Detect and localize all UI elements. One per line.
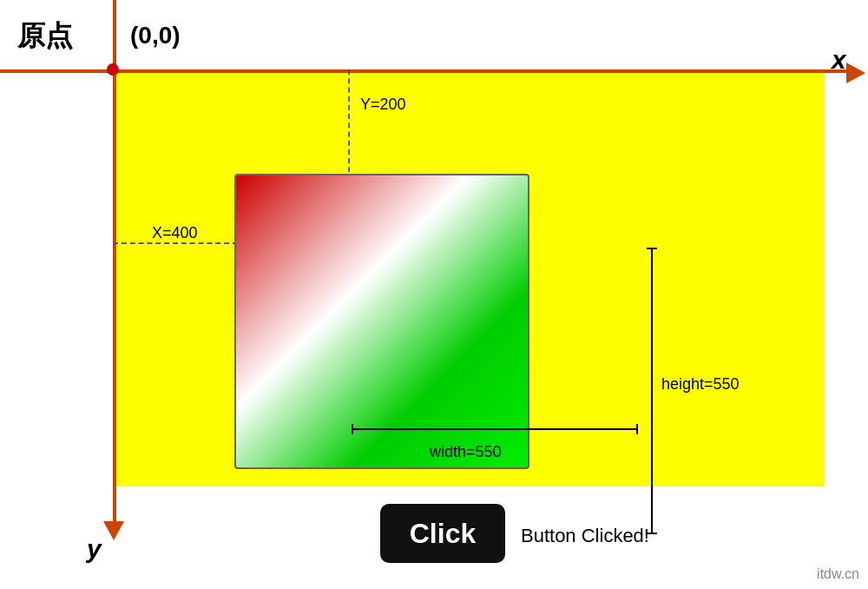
width-bracket xyxy=(347,424,642,441)
y-position-label: Y=200 xyxy=(360,96,406,114)
height-label: height=550 xyxy=(661,375,740,394)
click-button[interactable]: Click xyxy=(380,504,505,563)
origin-coords-label: (0,0) xyxy=(130,22,181,50)
x-position-label: X=400 xyxy=(152,224,198,242)
button-clicked-label: Button Clicked! xyxy=(521,525,649,547)
x-axis-arrow xyxy=(846,63,865,83)
x-axis xyxy=(0,69,855,73)
y-axis xyxy=(113,0,116,530)
origin-dot xyxy=(107,63,119,76)
width-label: width=550 xyxy=(430,443,502,461)
width-bracket-left-tick xyxy=(352,424,353,434)
width-bracket-right-tick xyxy=(636,424,638,434)
width-bracket-line xyxy=(352,428,638,430)
height-bracket-line xyxy=(651,248,653,534)
height-bracket-top-tick xyxy=(647,248,657,249)
origin-label: 原点 xyxy=(17,17,73,56)
y-axis-arrow xyxy=(103,521,124,540)
watermark: itdw.cn xyxy=(817,566,859,582)
x-axis-label: x xyxy=(832,45,846,75)
app: 原点 (0,0) x y X=400 Y=200 width=550 heigh… xyxy=(0,0,868,589)
y-axis-label: y xyxy=(87,534,102,564)
